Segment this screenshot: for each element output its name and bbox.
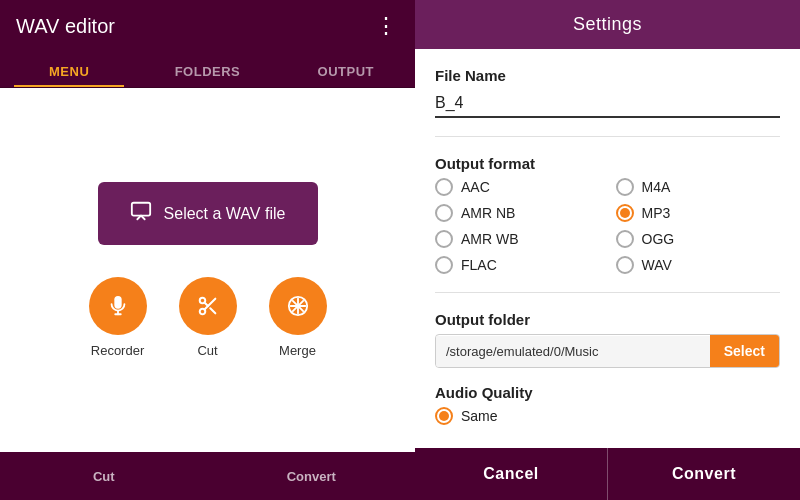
quality-same[interactable]: Same <box>435 407 498 425</box>
settings-title: Settings <box>573 14 642 34</box>
radio-mp3 <box>616 204 634 222</box>
main-content: Select a WAV file Recorder <box>0 88 415 452</box>
app-bar: WAV editor ⋮ <box>0 0 415 52</box>
radio-flac <box>435 256 453 274</box>
format-amr-nb-label: AMR NB <box>461 205 515 221</box>
format-aac-label: AAC <box>461 179 490 195</box>
format-ogg-label: OGG <box>642 231 675 247</box>
merge-label: Merge <box>279 343 316 358</box>
bottom-convert[interactable]: Convert <box>208 469 416 484</box>
format-amr-wb-label: AMR WB <box>461 231 519 247</box>
format-m4a[interactable]: M4A <box>616 178 781 196</box>
svg-line-6 <box>210 308 215 313</box>
format-ogg[interactable]: OGG <box>616 230 781 248</box>
bottom-cut[interactable]: Cut <box>0 469 208 484</box>
file-name-section: File Name <box>435 67 780 118</box>
format-grid: AAC M4A AMR NB MP3 AMR WB <box>435 178 780 274</box>
cut-button[interactable] <box>179 277 237 335</box>
tab-folders[interactable]: FOLDERS <box>138 52 276 87</box>
svg-line-7 <box>204 302 208 306</box>
format-mp3[interactable]: MP3 <box>616 204 781 222</box>
tab-output[interactable]: OUTPUT <box>277 52 415 87</box>
select-wav-icon <box>130 200 152 227</box>
select-wav-label: Select a WAV file <box>164 205 286 223</box>
folder-select-button[interactable]: Select <box>710 335 779 367</box>
radio-amr-nb <box>435 204 453 222</box>
settings-header: Settings <box>415 0 800 49</box>
svg-rect-0 <box>131 203 149 216</box>
format-wav[interactable]: WAV <box>616 256 781 274</box>
app-title: WAV editor <box>16 15 115 38</box>
output-folder-section: Output folder Select <box>435 311 780 368</box>
radio-amr-wb <box>435 230 453 248</box>
output-format-label: Output format <box>435 155 780 172</box>
file-name-input[interactable] <box>435 90 780 118</box>
output-format-section: Output format AAC M4A AMR NB MP3 <box>435 155 780 274</box>
format-amr-wb[interactable]: AMR WB <box>435 230 600 248</box>
radio-wav <box>616 256 634 274</box>
format-flac[interactable]: FLAC <box>435 256 600 274</box>
tab-menu[interactable]: MENU <box>0 52 138 87</box>
merge-button[interactable] <box>269 277 327 335</box>
format-flac-label: FLAC <box>461 257 497 273</box>
format-aac[interactable]: AAC <box>435 178 600 196</box>
format-wav-label: WAV <box>642 257 672 273</box>
quality-same-label: Same <box>461 408 498 424</box>
audio-quality-section: Audio Quality Same <box>435 384 780 425</box>
settings-body: File Name Output format AAC M4A AMR NB <box>415 49 800 448</box>
settings-footer: Cancel Convert <box>415 448 800 500</box>
recorder-button[interactable] <box>89 277 147 335</box>
audio-quality-label: Audio Quality <box>435 384 780 401</box>
format-amr-nb[interactable]: AMR NB <box>435 204 600 222</box>
merge-item: Merge <box>269 277 327 358</box>
output-folder-label: Output folder <box>435 311 780 328</box>
radio-ogg <box>616 230 634 248</box>
audio-quality-row: Same <box>435 407 780 425</box>
file-name-label: File Name <box>435 67 780 84</box>
radio-m4a <box>616 178 634 196</box>
cancel-button[interactable]: Cancel <box>415 448 607 500</box>
folder-path-input[interactable] <box>436 336 710 367</box>
bottom-bar: Cut Convert <box>0 452 415 500</box>
select-wav-button[interactable]: Select a WAV file <box>98 182 318 245</box>
recorder-item: Recorder <box>89 277 147 358</box>
recorder-label: Recorder <box>91 343 144 358</box>
format-mp3-label: MP3 <box>642 205 671 221</box>
format-m4a-label: M4A <box>642 179 671 195</box>
convert-button[interactable]: Convert <box>607 448 800 500</box>
radio-same <box>435 407 453 425</box>
tab-bar: MENU FOLDERS OUTPUT <box>0 52 415 88</box>
radio-aac <box>435 178 453 196</box>
tool-icons: Recorder Cut <box>89 277 327 358</box>
right-panel: Settings File Name Output format AAC M4A <box>415 0 800 500</box>
left-panel: WAV editor ⋮ MENU FOLDERS OUTPUT Select … <box>0 0 415 500</box>
cut-item: Cut <box>179 277 237 358</box>
overflow-menu-icon[interactable]: ⋮ <box>375 13 399 39</box>
divider-1 <box>435 136 780 137</box>
divider-2 <box>435 292 780 293</box>
output-folder-row: Select <box>435 334 780 368</box>
cut-label: Cut <box>197 343 217 358</box>
